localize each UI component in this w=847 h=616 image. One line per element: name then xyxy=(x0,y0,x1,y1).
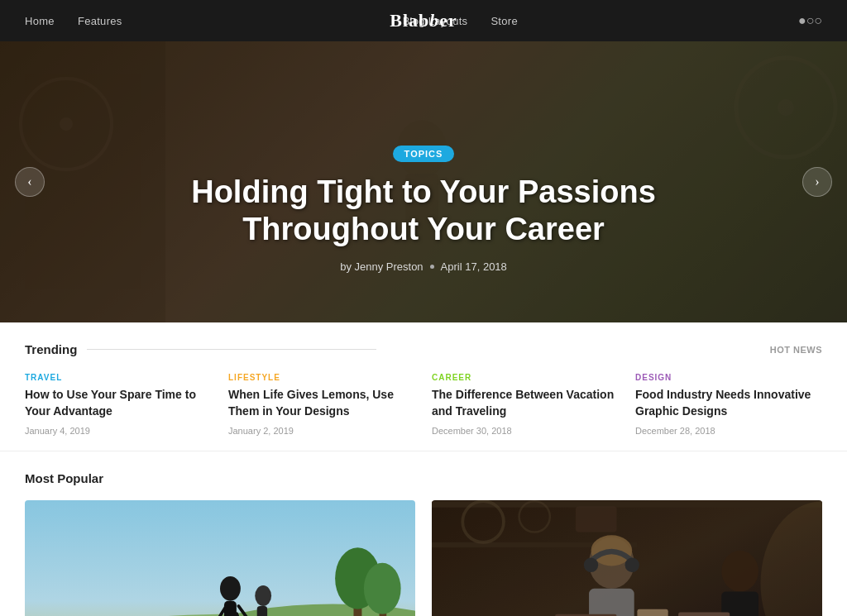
hero-title: Holding Tight to Your Passions Throughou… xyxy=(0,174,847,249)
svg-rect-45 xyxy=(432,500,822,616)
trending-title: Trending xyxy=(25,342,376,356)
trending-item-date: January 2, 2019 xyxy=(228,426,415,436)
hero-category-badge: TOPICS xyxy=(393,146,455,162)
nav-item-home[interactable]: Home xyxy=(25,13,55,28)
trending-item-date: December 30, 2018 xyxy=(432,426,619,436)
site-logo[interactable]: Blabber xyxy=(390,10,457,31)
trending-item-title[interactable]: How to Use Your Spare Time to Your Advan… xyxy=(25,387,212,419)
hot-news-label: HOT NEWS xyxy=(770,345,822,355)
popular-card[interactable] xyxy=(432,500,822,616)
search-icon[interactable]: ●○○ xyxy=(798,13,822,28)
trending-grid: TRAVEL How to Use Your Spare Time to You… xyxy=(25,373,822,436)
navigation: Home Features Blabber Blog Layouts Store… xyxy=(0,0,847,41)
svg-rect-25 xyxy=(25,500,415,616)
most-popular-title: Most Popular xyxy=(25,471,822,485)
nav-links: Home Features xyxy=(25,13,122,28)
trending-item-title[interactable]: When Life Gives Lemons, Use Them in Your… xyxy=(228,387,415,419)
trending-category: DESIGN xyxy=(635,373,822,382)
most-popular-section: Most Popular xyxy=(0,451,847,616)
nav-item-features[interactable]: Features xyxy=(78,13,122,28)
hero-content: TOPICS Holding Tight to Your Passions Th… xyxy=(0,146,847,273)
most-popular-grid xyxy=(25,500,822,616)
hero-author: by Jenny Preston xyxy=(340,260,423,273)
trending-item-date: December 28, 2018 xyxy=(635,426,822,436)
trending-item: LIFESTYLE When Life Gives Lemons, Use Th… xyxy=(228,373,415,436)
nav-item-store[interactable]: Store xyxy=(490,13,518,28)
trending-item-title[interactable]: The Difference Between Vacation and Trav… xyxy=(432,387,619,419)
trending-category: CAREER xyxy=(432,373,619,382)
popular-card[interactable] xyxy=(25,500,415,616)
trending-item: DESIGN Food Industry Needs Innovative Gr… xyxy=(635,373,822,436)
trending-header: Trending HOT NEWS xyxy=(25,342,822,356)
hero-section: ‹ › TOPICS Holding Tight to Your Passion… xyxy=(0,41,847,322)
trending-item-title[interactable]: Food Industry Needs Innovative Graphic D… xyxy=(635,387,822,419)
trending-category: LIFESTYLE xyxy=(228,373,415,382)
trending-item: TRAVEL How to Use Your Spare Time to You… xyxy=(25,373,212,436)
trending-section: Trending HOT NEWS TRAVEL How to Use Your… xyxy=(0,322,847,451)
hero-meta: by Jenny Preston April 17, 2018 xyxy=(0,260,847,273)
trending-item: CAREER The Difference Between Vacation a… xyxy=(432,373,619,436)
trending-category: TRAVEL xyxy=(25,373,212,382)
trending-item-date: January 4, 2019 xyxy=(25,426,212,436)
hero-date: April 17, 2018 xyxy=(441,260,507,273)
hero-meta-separator xyxy=(430,265,434,269)
nav-search-area: ●○○ xyxy=(798,13,822,28)
